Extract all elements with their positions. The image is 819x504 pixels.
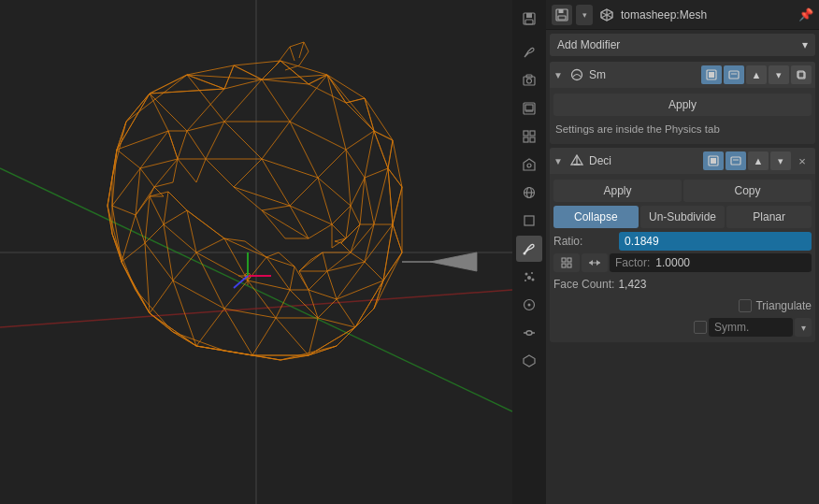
sidebar-icon-physics[interactable] — [516, 292, 542, 318]
decimate-viewport-btn[interactable] — [726, 151, 746, 170]
sidebar-icon-data[interactable] — [516, 348, 542, 374]
triangulate-checkbox[interactable] — [739, 299, 752, 312]
sidebar-icon-tools[interactable] — [516, 39, 542, 65]
smooth-viewport-btn[interactable] — [724, 65, 744, 84]
smooth-up-btn[interactable]: ▲ — [746, 65, 767, 84]
decimate-up-btn[interactable]: ▲ — [748, 151, 769, 170]
save-dropdown[interactable]: ▾ — [576, 5, 593, 25]
svg-rect-116 — [524, 131, 528, 136]
svg-point-120 — [527, 164, 531, 167]
right-panel: ▾ tomasheep:Mesh 📌 Add Modifier — [512, 0, 819, 504]
smooth-apply-button[interactable]: Apply — [553, 94, 812, 116]
viewport[interactable] — [0, 0, 512, 504]
svg-rect-160 — [562, 258, 566, 262]
svg-rect-149 — [729, 71, 739, 79]
decimate-copy-button[interactable]: Copy — [683, 180, 812, 202]
smooth-collapse-arrow[interactable]: ▼ — [553, 70, 565, 80]
save-icon[interactable] — [552, 5, 572, 25]
factor-grid-icon[interactable] — [553, 253, 580, 272]
symm-checkbox[interactable] — [694, 321, 707, 334]
icon-sidebar — [512, 0, 546, 504]
decimate-modifier-name: Deci — [589, 154, 699, 167]
sidebar-icon-constraints[interactable] — [516, 320, 542, 346]
sidebar-icon-camera[interactable] — [516, 67, 542, 94]
decimate-action-row: Apply Copy — [553, 178, 812, 204]
symm-field[interactable]: Symm. — [709, 318, 793, 337]
svg-rect-158 — [731, 157, 740, 165]
decimate-render-btn[interactable] — [703, 151, 724, 170]
svg-rect-124 — [524, 216, 534, 225]
ratio-value: 0.1849 — [625, 235, 659, 248]
factor-field[interactable]: Factor: 1.0000 — [610, 253, 812, 272]
tab-unsubdivide[interactable]: Un-Subdivide — [640, 206, 726, 228]
smooth-mod-controls: ▲ ▾ — [701, 65, 812, 84]
svg-marker-135 — [524, 355, 535, 367]
modifier-decimate-body: Apply Copy Collapse Un-Subdivide Planar … — [550, 174, 815, 342]
panel-title: tomasheep:Mesh — [621, 8, 793, 22]
factor-row: Factor: 1.0000 — [553, 252, 812, 273]
triangulate-row: Triangulate — [553, 295, 812, 316]
svg-rect-161 — [568, 258, 571, 262]
smooth-copy-btn[interactable] — [791, 65, 812, 84]
factor-arrows-icon[interactable] — [582, 253, 608, 272]
svg-point-126 — [525, 273, 528, 276]
svg-rect-108 — [526, 13, 532, 18]
modifier-smooth: ▼ Sm — [550, 62, 815, 144]
svg-point-128 — [527, 276, 531, 280]
sidebar-icon-object[interactable] — [516, 208, 542, 234]
triangulate-label: Triangulate — [755, 299, 812, 312]
sidebar-icon-save[interactable] — [516, 6, 542, 32]
svg-rect-162 — [562, 264, 566, 267]
svg-rect-148 — [709, 72, 714, 78]
svg-point-127 — [531, 272, 533, 274]
sidebar-icon-modifier[interactable] — [516, 236, 542, 262]
svg-rect-137 — [559, 9, 564, 13]
face-count-value: 1,423 — [618, 278, 646, 291]
smooth-down-btn[interactable]: ▾ — [769, 65, 789, 84]
sidebar-icon-scene[interactable] — [516, 151, 542, 178]
svg-marker-144 — [601, 12, 607, 18]
tab-planar[interactable]: Planar — [726, 206, 812, 228]
smooth-apply-row: Apply — [553, 92, 812, 118]
decimate-down-btn[interactable]: ▾ — [770, 151, 791, 170]
svg-rect-114 — [525, 105, 533, 110]
sidebar-icon-output[interactable] — [516, 95, 542, 122]
sidebar-icon-world[interactable] — [516, 180, 542, 206]
svg-rect-118 — [524, 137, 528, 142]
smooth-modifier-icon — [568, 66, 585, 83]
ratio-label: Ratio: — [553, 235, 619, 248]
svg-rect-119 — [530, 137, 535, 142]
svg-point-132 — [528, 304, 531, 307]
sidebar-icon-view[interactable] — [516, 123, 542, 150]
factor-value: 1.0000 — [655, 256, 690, 269]
decimate-collapse-arrow[interactable]: ▼ — [553, 156, 565, 166]
svg-point-130 — [532, 279, 535, 281]
svg-point-129 — [524, 280, 526, 281]
add-modifier-chevron: ▾ — [802, 38, 808, 51]
sidebar-icon-particles[interactable] — [516, 264, 542, 290]
decimate-apply-button[interactable]: Apply — [553, 180, 682, 202]
face-count-row: Face Count: 1,423 — [553, 274, 812, 295]
ratio-row: Ratio: 0.1849 — [553, 231, 812, 252]
smooth-info-text: Settings are inside the Physics tab — [553, 118, 812, 140]
symm-value: Symm. — [714, 321, 749, 334]
symm-row: Symm. ▾ — [553, 317, 812, 338]
modifier-smooth-body: Apply Settings are inside the Physics ta… — [550, 88, 815, 144]
modifier-decimate: ▼ Deci — [550, 148, 815, 342]
add-modifier-button[interactable]: Add Modifier ▾ — [550, 34, 815, 56]
svg-rect-163 — [568, 264, 571, 267]
tab-collapse[interactable]: Collapse — [553, 206, 639, 228]
decimate-modifier-icon — [568, 152, 585, 169]
symm-dropdown-arrow[interactable]: ▾ — [795, 318, 812, 337]
save-area: ▾ — [552, 5, 593, 25]
smooth-modifier-name: Sm — [589, 68, 697, 81]
pin-icon[interactable]: 📌 — [798, 7, 813, 22]
mesh-icon — [598, 7, 615, 23]
panel-header: ▾ tomasheep:Mesh 📌 — [546, 0, 819, 30]
smooth-render-btn[interactable] — [701, 65, 722, 84]
add-modifier-row: Add Modifier ▾ — [546, 30, 819, 60]
modifier-smooth-header: ▼ Sm — [550, 62, 815, 88]
ratio-field[interactable]: 0.1849 — [619, 232, 812, 251]
decimate-close-btn[interactable]: × — [793, 151, 812, 170]
svg-rect-109 — [525, 20, 533, 24]
